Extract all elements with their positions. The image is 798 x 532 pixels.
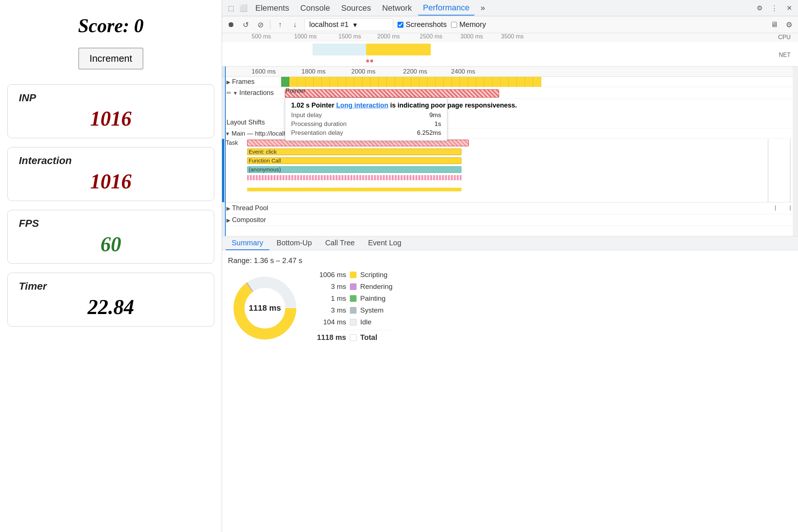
donut-chart: 1118 ms (228, 271, 302, 345)
ruler-2000: 2000 ms (377, 33, 400, 40)
frames-triangle[interactable]: ▶ (226, 79, 231, 85)
total-label: Total (360, 333, 377, 342)
painting-ms: 1 ms (317, 294, 346, 303)
ruler-3500: 3500 ms (501, 33, 524, 40)
tab-elements[interactable]: Elements (250, 1, 294, 15)
memory-label: Memory (459, 20, 486, 29)
detail-2000: 2000 ms (351, 68, 375, 75)
memory-checkbox-label[interactable]: Memory (451, 20, 486, 29)
function-call-row: Function Call (225, 157, 798, 166)
timeline-scrollbar[interactable] (793, 66, 798, 236)
thread-pool-triangle[interactable]: ▶ (226, 205, 231, 211)
detail-2200: 2200 ms (403, 68, 427, 75)
tab-more[interactable]: » (475, 1, 490, 15)
frame-block (403, 77, 411, 87)
thread-mark-2 (790, 205, 791, 211)
increment-button[interactable]: Increment (78, 48, 143, 69)
frame-block (314, 77, 322, 87)
interactions-label: ✏ ▼ Interactions (222, 89, 281, 97)
summary-panel: Range: 1.36 s – 2.47 s (222, 250, 798, 532)
system-dot (350, 307, 357, 314)
reload-icon[interactable]: ↺ (241, 20, 251, 29)
legend-idle: 104 ms Idle (317, 318, 393, 326)
frame-block (444, 77, 452, 87)
network-settings-icon[interactable]: 🖥 (769, 20, 780, 29)
bottom-tabs: Summary Bottom-Up Call Tree Event Log (222, 236, 798, 250)
toolbar-separator-1 (270, 20, 270, 29)
net-label: NET (779, 52, 791, 58)
frame-block (509, 77, 517, 87)
fps-value: 60 (19, 232, 203, 256)
system-label: System (360, 306, 383, 314)
tab-event-log[interactable]: Event Log (362, 236, 407, 250)
thread-pool-track: ▶ Thread Pool (222, 202, 798, 214)
main-triangle[interactable]: ▼ (225, 131, 230, 137)
record-icon[interactable]: ⏺ (226, 20, 236, 29)
compositor-triangle[interactable]: ▶ (226, 217, 231, 223)
frame-block (468, 77, 476, 87)
tab-sources[interactable]: Sources (336, 1, 376, 15)
pink-bars-row (225, 174, 798, 182)
timer-value: 22.84 (19, 295, 203, 319)
vertical-dots-icon[interactable]: ⋮ (768, 2, 780, 14)
anonymous-row: (anonymous) (225, 166, 798, 174)
pointer-sub-label: Pointer (281, 87, 340, 95)
legend-system: 3 ms System (317, 306, 393, 314)
url-dropdown-icon[interactable]: ▾ (353, 20, 357, 29)
summary-content: 1118 ms 1006 ms Scripting 3 ms Rendering… (228, 271, 792, 345)
timeline-overview[interactable]: 500 ms 1000 ms 1500 ms 2000 ms 2500 ms 3… (222, 33, 798, 66)
tooltip-processing: Processing duration 1s (291, 120, 441, 128)
idle-ms: 104 ms (317, 318, 346, 326)
frame-block (330, 77, 338, 87)
tab-summary[interactable]: Summary (226, 236, 269, 250)
timeline-detail[interactable]: 1600 ms 1800 ms 2000 ms 2200 ms 2400 ms … (222, 66, 798, 236)
tooltip-title: 1.02 s Pointer Long interaction is indic… (291, 102, 441, 109)
screenshots-checkbox-label[interactable]: Screenshots (398, 20, 447, 29)
screenshots-checkbox[interactable] (398, 22, 403, 28)
idle-dot (350, 319, 357, 325)
download-icon[interactable]: ↓ (290, 20, 300, 29)
memory-checkbox[interactable] (451, 22, 457, 28)
task-row-label: Task (226, 140, 238, 146)
tab-network[interactable]: Network (377, 1, 417, 15)
blue-selection (222, 66, 226, 236)
settings-icon[interactable]: ⚙ (754, 2, 765, 14)
frame-block (371, 77, 379, 87)
clear-icon[interactable]: ⊘ (255, 20, 266, 29)
ruler-3000: 3000 ms (460, 33, 483, 40)
legend-divider (317, 330, 393, 330)
frame-block (419, 77, 427, 87)
frame-block (395, 77, 403, 87)
donut-center-text: 1118 ms (249, 303, 281, 313)
tab-console[interactable]: Console (295, 1, 335, 15)
detail-1600: 1600 ms (252, 68, 276, 75)
thread-mark-1 (775, 205, 776, 211)
frames-label: ▶ Frames (222, 78, 281, 86)
interactions-triangle[interactable]: ▼ (233, 90, 238, 96)
pink-bar (247, 175, 461, 180)
inspect-icon[interactable]: ⬚ (225, 2, 237, 14)
scripting-dot (350, 272, 357, 278)
tab-performance[interactable]: Performance (418, 1, 475, 16)
tooltip-presentation: Presentation delay 6.252ms (291, 129, 441, 137)
ruler-2500: 2500 ms (420, 33, 442, 40)
close-icon[interactable]: ✕ (783, 2, 795, 14)
vert-marker-1 (768, 139, 768, 202)
gear-icon[interactable]: ⚙ (784, 20, 794, 29)
frame-block (297, 77, 306, 87)
frame-block (517, 77, 525, 87)
url-bar: localhost #1 ▾ (304, 18, 393, 31)
yellow-bottom-row (225, 182, 798, 188)
rendering-ms: 3 ms (317, 283, 346, 291)
tab-bottom-up[interactable]: Bottom-Up (271, 236, 318, 250)
upload-icon[interactable]: ↑ (275, 20, 285, 29)
device-icon[interactable]: ⬜ (238, 2, 249, 14)
detail-2400: 2400 ms (451, 68, 475, 75)
long-interaction-link[interactable]: Long interaction (336, 102, 388, 109)
frame-block (362, 77, 371, 87)
frame-block (379, 77, 387, 87)
vert-marker-2 (790, 139, 791, 202)
tab-call-tree[interactable]: Call Tree (319, 236, 361, 250)
frame-block (501, 77, 509, 87)
pointer-row: Pointer (281, 87, 798, 99)
